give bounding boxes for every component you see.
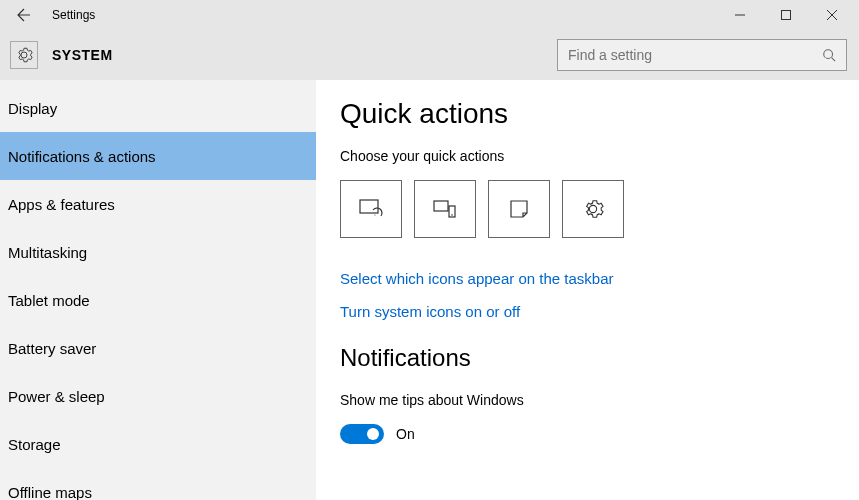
gear-icon <box>15 46 33 64</box>
sidebar-item-maps[interactable]: Offline maps <box>0 468 316 500</box>
minimize-button[interactable] <box>717 0 763 30</box>
close-icon <box>827 10 837 20</box>
header: SYSTEM <box>0 30 859 80</box>
quick-actions-heading: Quick actions <box>340 98 859 130</box>
sidebar-item-notifications[interactable]: Notifications & actions <box>0 132 316 180</box>
sidebar: Display Notifications & actions Apps & f… <box>0 80 316 500</box>
connect-icon <box>432 198 458 220</box>
svg-point-6 <box>451 214 453 216</box>
search-box[interactable] <box>557 39 847 71</box>
notifications-heading: Notifications <box>340 344 859 372</box>
note-icon <box>508 198 530 220</box>
quick-action-tiles <box>340 180 859 238</box>
tablet-mode-icon <box>358 198 384 220</box>
search-input[interactable] <box>568 47 822 63</box>
quick-action-tile-connect[interactable] <box>414 180 476 238</box>
back-button[interactable] <box>4 0 44 30</box>
section-title: SYSTEM <box>52 47 113 63</box>
tips-toggle-row: On <box>340 424 859 444</box>
svg-point-1 <box>824 50 833 59</box>
link-system-icons[interactable]: Turn system icons on or off <box>340 303 859 320</box>
tips-toggle[interactable] <box>340 424 384 444</box>
sidebar-item-power[interactable]: Power & sleep <box>0 372 316 420</box>
back-arrow-icon <box>16 7 32 23</box>
link-taskbar-icons[interactable]: Select which icons appear on the taskbar <box>340 270 859 287</box>
window-title: Settings <box>52 8 717 22</box>
svg-rect-0 <box>782 11 791 20</box>
settings-icon <box>582 198 604 220</box>
sidebar-item-apps[interactable]: Apps & features <box>0 180 316 228</box>
search-icon <box>822 48 836 62</box>
settings-home-button[interactable] <box>10 41 38 69</box>
sidebar-item-battery[interactable]: Battery saver <box>0 324 316 372</box>
sidebar-item-display[interactable]: Display <box>0 84 316 132</box>
tips-toggle-state: On <box>396 426 415 442</box>
close-button[interactable] <box>809 0 855 30</box>
quick-action-tile-tablet[interactable] <box>340 180 402 238</box>
maximize-icon <box>781 10 791 20</box>
svg-point-3 <box>375 215 376 216</box>
maximize-button[interactable] <box>763 0 809 30</box>
body: Display Notifications & actions Apps & f… <box>0 80 859 500</box>
sidebar-item-storage[interactable]: Storage <box>0 420 316 468</box>
sidebar-item-multitasking[interactable]: Multitasking <box>0 228 316 276</box>
svg-rect-4 <box>434 201 448 211</box>
tips-label: Show me tips about Windows <box>340 392 859 408</box>
svg-rect-2 <box>360 200 378 213</box>
window-controls <box>717 0 855 30</box>
toggle-knob <box>367 428 379 440</box>
quick-action-tile-note[interactable] <box>488 180 550 238</box>
content: Quick actions Choose your quick actions … <box>316 80 859 500</box>
quick-action-tile-settings[interactable] <box>562 180 624 238</box>
sidebar-item-tablet-mode[interactable]: Tablet mode <box>0 276 316 324</box>
minimize-icon <box>735 10 745 20</box>
choose-label: Choose your quick actions <box>340 148 859 164</box>
titlebar: Settings <box>0 0 859 30</box>
